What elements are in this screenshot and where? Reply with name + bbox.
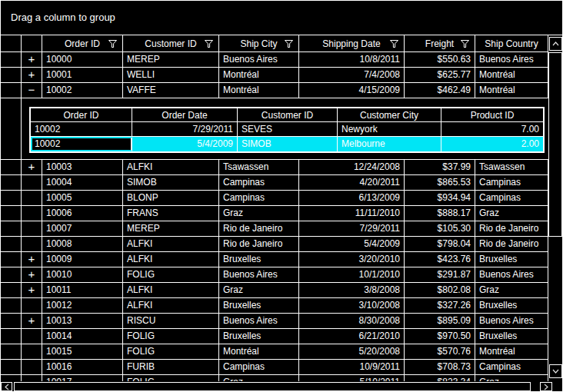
cell-order-id[interactable]: 10007 xyxy=(42,221,123,236)
column-header-ship-country[interactable]: Ship Country xyxy=(475,35,548,51)
cell-freight[interactable]: $865.53 xyxy=(405,175,475,190)
filter-icon[interactable] xyxy=(205,40,213,48)
cell-freight[interactable]: $798.04 xyxy=(405,237,475,251)
cell-customer-id[interactable]: ALFKI xyxy=(123,160,219,174)
cell-order-id[interactable]: 10016 xyxy=(42,360,123,374)
cell-freight[interactable]: $105.30 xyxy=(405,221,475,236)
cell-shipping-date[interactable]: 7/29/2011 xyxy=(299,221,405,236)
cell-customer-id[interactable]: FOLIG xyxy=(123,329,219,344)
horizontal-scroll-thumb[interactable] xyxy=(14,382,531,391)
grid-row[interactable]: +10011ALFKIGraz3/8/2008$802.08Graz xyxy=(0,283,548,298)
vertical-scroll-thumb[interactable] xyxy=(548,52,562,237)
cell-ship-city[interactable]: Montréal xyxy=(219,83,299,98)
cell-ship-country[interactable]: Montréal xyxy=(475,68,548,82)
collapse-button[interactable]: − xyxy=(22,83,42,98)
cell-ship-country[interactable]: Campinas xyxy=(475,191,548,205)
current-cell[interactable]: 10002 xyxy=(31,137,132,151)
detail-cell-order-date[interactable]: 5/4/2009 xyxy=(132,137,238,151)
cell-customer-id[interactable]: ALFKI xyxy=(123,298,219,313)
cell-customer-id[interactable]: FOLIG xyxy=(123,344,219,359)
cell-customer-id[interactable]: RISCU xyxy=(123,314,219,328)
cell-customer-id[interactable]: FOLIG xyxy=(123,375,219,381)
filter-icon[interactable] xyxy=(108,40,117,48)
cell-freight[interactable]: $550.63 xyxy=(405,52,475,67)
detail-cell-product-id[interactable]: 2.00 xyxy=(441,137,543,151)
cell-ship-city[interactable]: Rio de Janeiro xyxy=(219,221,299,236)
grid-row[interactable]: +10010FOLIGBuenos Aires10/1/2010$291.87B… xyxy=(0,267,548,283)
filter-icon[interactable] xyxy=(285,40,293,48)
cell-shipping-date[interactable]: 3/8/2008 xyxy=(299,283,405,297)
grid-row[interactable]: 10014FOLIGBruxelles6/21/2010$970.50Bruxe… xyxy=(0,329,548,344)
cell-ship-country[interactable]: Rio de Janeiro xyxy=(475,237,548,251)
expand-button[interactable]: + xyxy=(22,68,42,82)
detail-cell-order-id[interactable]: 10002 xyxy=(31,122,132,136)
cell-ship-city[interactable]: Rio de Janeiro xyxy=(219,237,299,251)
grid-row[interactable]: +10001WELLIMontréal7/4/2008$625.77Montré… xyxy=(0,68,548,83)
cell-order-id[interactable]: 10009 xyxy=(42,252,123,267)
expand-button[interactable]: + xyxy=(22,252,42,267)
detail-cell-order-date[interactable]: 7/29/2011 xyxy=(132,122,238,136)
cell-ship-country[interactable]: Campinas xyxy=(475,175,548,190)
horizontal-scrollbar[interactable] xyxy=(0,381,563,392)
cell-ship-country[interactable]: Graz xyxy=(475,283,548,297)
cell-ship-country[interactable]: Montréal xyxy=(475,83,548,98)
cell-order-id[interactable]: 10001 xyxy=(42,68,123,82)
cell-ship-country[interactable]: Campinas xyxy=(475,360,548,374)
cell-ship-city[interactable]: Buenos Aires xyxy=(219,267,299,282)
cell-order-id[interactable]: 10003 xyxy=(42,160,123,174)
cell-order-id[interactable]: 10004 xyxy=(42,175,123,190)
cell-shipping-date[interactable]: 4/20/2011 xyxy=(299,175,405,190)
cell-ship-country[interactable]: Rio de Janeiro xyxy=(475,221,548,236)
cell-ship-city[interactable]: Montréal xyxy=(219,344,299,359)
detail-column-header-order-id[interactable]: Order ID xyxy=(31,108,132,121)
cell-ship-country[interactable]: Buenos Aires xyxy=(475,52,548,67)
grid-row[interactable]: 10006FRANSGraz11/11/2010$888.17Graz xyxy=(0,206,548,221)
cell-ship-country[interactable]: Bruxelles xyxy=(475,252,548,267)
cell-order-id[interactable]: 10014 xyxy=(42,329,123,344)
cell-shipping-date[interactable]: 11/11/2010 xyxy=(299,206,405,221)
grid-row[interactable]: +10000MEREPBuenos Aires10/8/2011$550.63B… xyxy=(0,52,548,68)
cell-order-id[interactable]: 10006 xyxy=(42,206,123,221)
cell-customer-id[interactable]: VAFFE xyxy=(123,83,219,98)
cell-ship-country[interactable]: Bruxelles xyxy=(475,329,548,344)
cell-ship-city[interactable]: Graz xyxy=(219,206,299,221)
cell-ship-city[interactable]: Tsawassen xyxy=(219,160,299,174)
detail-column-header-customer-id[interactable]: Customer ID xyxy=(238,108,338,121)
cell-ship-country[interactable]: Bruxelles xyxy=(475,298,548,313)
cell-freight[interactable]: $823.34 xyxy=(405,375,475,381)
cell-ship-city[interactable]: Bruxelles xyxy=(219,298,299,313)
grid-row[interactable]: 10007MEREPRio de Janeiro7/29/2011$105.30… xyxy=(0,221,548,237)
cell-customer-id[interactable]: SIMOB xyxy=(123,175,219,190)
cell-ship-city[interactable]: Buenos Aires xyxy=(219,314,299,328)
grid-row[interactable]: 10005BLONPCampinas6/13/2009$934.94Campin… xyxy=(0,191,548,206)
cell-freight[interactable]: $970.50 xyxy=(405,329,475,344)
cell-shipping-date[interactable]: 4/15/2009 xyxy=(299,83,405,98)
cell-shipping-date[interactable]: 7/4/2008 xyxy=(299,68,405,82)
cell-freight[interactable]: $423.76 xyxy=(405,252,475,267)
grid-row[interactable]: 10017FOLIGGraz5/10/2011$823.34Graz xyxy=(0,375,548,381)
cell-ship-city[interactable]: Bruxelles xyxy=(219,329,299,344)
detail-cell-customer-id[interactable]: SEVES xyxy=(238,122,338,136)
cell-ship-country[interactable]: Buenos Aires xyxy=(475,267,548,282)
cell-ship-country[interactable]: Graz xyxy=(475,206,548,221)
cell-ship-city[interactable]: Bruxelles xyxy=(219,252,299,267)
detail-cell-customer-city[interactable]: Melbourne xyxy=(338,137,441,151)
cell-shipping-date[interactable]: 6/21/2010 xyxy=(299,329,405,344)
detail-row-item[interactable]: 100027/29/2011SEVESNewyork7.00 xyxy=(31,122,543,137)
cell-ship-city[interactable]: Graz xyxy=(219,375,299,381)
cell-order-id[interactable]: 10005 xyxy=(42,191,123,205)
scroll-down-button[interactable] xyxy=(549,364,562,378)
grid-row[interactable]: 10016FURIBCampinas10/9/2011$708.73Campin… xyxy=(0,360,548,375)
cell-freight[interactable]: $708.73 xyxy=(405,360,475,374)
cell-ship-country[interactable]: Montréal xyxy=(475,344,548,359)
cell-order-id[interactable]: 10008 xyxy=(42,237,123,251)
cell-order-id[interactable]: 10010 xyxy=(42,267,123,282)
grid-row[interactable]: −10002VAFFEMontréal4/15/2009$462.49Montr… xyxy=(0,83,548,98)
cell-shipping-date[interactable]: 10/1/2010 xyxy=(299,267,405,282)
cell-ship-city[interactable]: Buenos Aires xyxy=(219,52,299,67)
cell-freight[interactable]: $37.99 xyxy=(405,160,475,174)
cell-ship-city[interactable]: Campinas xyxy=(219,360,299,374)
scroll-right-button[interactable] xyxy=(540,382,552,391)
cell-order-id[interactable]: 10000 xyxy=(42,52,123,67)
cell-customer-id[interactable]: ALFKI xyxy=(123,283,219,297)
